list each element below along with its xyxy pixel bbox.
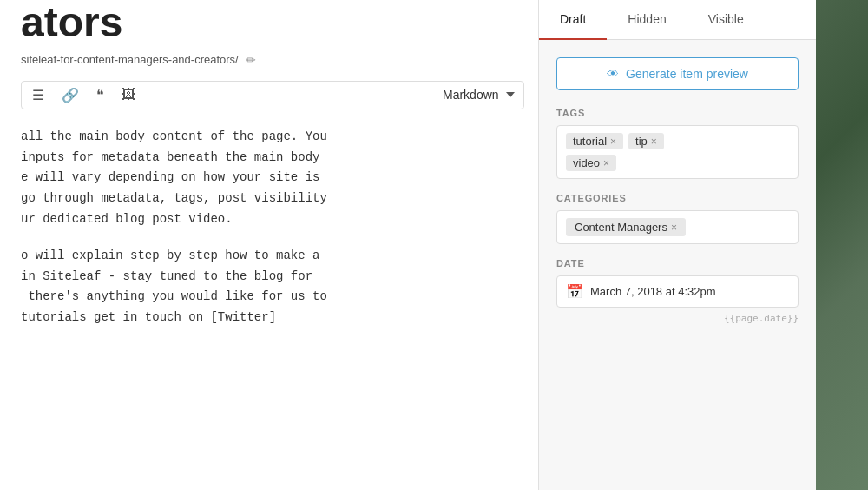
tag-tutorial-remove[interactable]: ×: [610, 136, 616, 147]
right-content: 👁 Generate item preview TAGS tutorial × …: [539, 40, 816, 341]
image-icon[interactable]: 🖼: [118, 85, 139, 104]
category-remove[interactable]: ×: [671, 222, 677, 233]
list-icon[interactable]: ☰: [29, 85, 48, 105]
tag-tutorial: tutorial ×: [566, 133, 623, 149]
category-content-managers: Content Managers ×: [566, 218, 686, 236]
calendar-icon: 📅: [566, 283, 583, 300]
url-row: siteleaf-for-content-managers-and-creato…: [21, 53, 517, 67]
date-box[interactable]: 📅 March 7, 2018 at 4:32pm: [556, 275, 799, 308]
link-icon[interactable]: 🔗: [58, 85, 82, 105]
categories-label: CATEGORIES: [556, 193, 799, 203]
tab-hidden[interactable]: Hidden: [607, 0, 687, 40]
content-block-1[interactable]: all the main body content of the page. Y…: [21, 127, 517, 230]
tab-draft[interactable]: Draft: [539, 0, 607, 40]
page-title: ators: [21, 0, 517, 46]
tags-row-1: tutorial × tip ×: [566, 133, 789, 149]
format-select[interactable]: Markdown HTML Plain Text: [443, 88, 516, 102]
editor-toolbar: ☰ 🔗 ❝ 🖼 Markdown HTML Plain Text: [21, 81, 524, 109]
eye-icon: 👁: [607, 67, 619, 81]
date-template-var: {{page.date}}: [556, 313, 799, 324]
tag-video-remove[interactable]: ×: [603, 158, 609, 169]
tag-video: video ×: [566, 155, 616, 171]
content-block-2[interactable]: o will explain step by step how to make …: [21, 246, 517, 328]
generate-preview-button[interactable]: 👁 Generate item preview: [556, 57, 799, 90]
preview-button-label: Generate item preview: [626, 67, 748, 81]
tab-visible[interactable]: Visible: [687, 0, 765, 40]
right-panel: Draft Hidden Visible 👁 Generate item pre…: [538, 0, 816, 490]
tags-row-2: video ×: [566, 155, 789, 171]
tag-tip-remove[interactable]: ×: [651, 136, 657, 147]
status-tabs: Draft Hidden Visible: [539, 0, 816, 40]
date-label: DATE: [556, 258, 799, 268]
left-panel: ators siteleaf-for-content-managers-and-…: [0, 0, 538, 490]
tags-box[interactable]: tutorial × tip × video ×: [556, 125, 799, 179]
date-value: March 7, 2018 at 4:32pm: [590, 285, 716, 298]
edit-icon[interactable]: ✏: [246, 53, 256, 67]
tags-label: TAGS: [556, 108, 799, 118]
page-url: siteleaf-for-content-managers-and-creato…: [21, 53, 239, 66]
tag-tip: tip ×: [628, 133, 664, 149]
categories-box[interactable]: Content Managers ×: [556, 210, 799, 244]
toolbar-right: Markdown HTML Plain Text: [443, 87, 516, 103]
quote-icon[interactable]: ❝: [93, 85, 108, 105]
background-image-overlay: [816, 0, 868, 490]
